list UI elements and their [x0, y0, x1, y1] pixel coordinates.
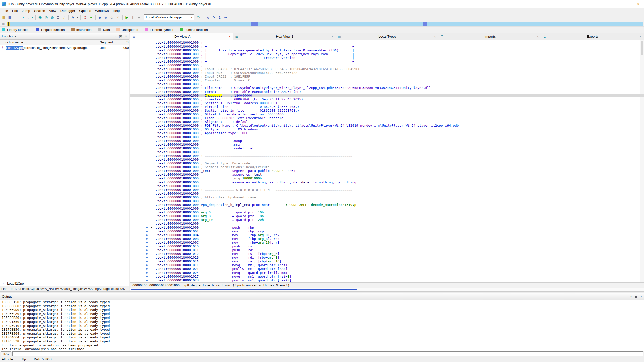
menu-view[interactable]: View	[47, 8, 58, 14]
listing-line[interactable]: .text:0000000180001000 ; File Name : C:\…	[130, 86, 644, 90]
debugger-windows-icon[interactable]: ◆	[97, 15, 103, 20]
collapse-arrow-icon[interactable]: ▼	[150, 226, 153, 230]
listing-line[interactable]: .text:0000000180001000 ; Imagebase : 180…	[130, 94, 644, 97]
listing-line[interactable]: .text:0000000180001000 assume es:nothing…	[130, 180, 644, 184]
listing-line[interactable]: .text:0000000180001000 ; Format : Portab…	[130, 90, 644, 94]
listing-line[interactable]: .text:0000000180001027 movq mm1, qword p…	[130, 275, 644, 278]
save-icon[interactable]: ▦	[7, 15, 13, 20]
listing-line[interactable]: .text:0000000180001000 ; | Copyright (c)…	[130, 52, 644, 56]
maximize-panel-icon[interactable]: ▣	[635, 295, 637, 298]
listing-line[interactable]: .text:0000000180001000 ; Flags 60000020:…	[130, 116, 644, 120]
listing-line[interactable]: .text:0000000180001000 ; Input CRC32 : 1…	[130, 75, 644, 78]
close-panel-icon[interactable]: ×	[640, 295, 642, 298]
menu-jump[interactable]: Jump	[20, 8, 32, 14]
listing-hscrollbar[interactable]	[130, 288, 644, 291]
listing-line[interactable]: .text:0000000180001000 ; Section 1. (vir…	[130, 101, 644, 105]
tab-exports[interactable]: ↥Exports×	[541, 33, 644, 40]
listing-line[interactable]: .text:0000000180001008 mov [rbp+arg_8], …	[130, 237, 644, 241]
listing-line[interactable]: .text:0000000180001000 ; Timestamp : 68D…	[130, 97, 644, 101]
step-into-icon[interactable]: ↘	[205, 15, 210, 20]
horizontal-splitter[interactable]	[0, 291, 644, 293]
menu-edit[interactable]: Edit	[10, 8, 20, 14]
listing-line[interactable]: .text:0000000180001000 ; | This file was…	[130, 48, 644, 52]
listing-line[interactable]: .text:0000000180001000 ;	[130, 82, 644, 86]
listing-line[interactable]: .text:0000000180001000 ;	[130, 41, 644, 44]
start-process-icon[interactable]: ▶	[124, 15, 130, 20]
listing-line[interactable]: .text:0000000180001000 vp8_dequantize_b_…	[130, 203, 644, 207]
listing-line[interactable]: .text:000000018000100C mov [rbp+arg_10],…	[130, 241, 644, 244]
quick-filter-row[interactable]: × LoadIl2Cpp	[0, 281, 129, 286]
listing-line[interactable]: .text:0000000180001000 ; Segment permiss…	[130, 165, 644, 169]
minimize-button[interactable]: ─	[610, 0, 621, 8]
listing-line[interactable]: .text:0000000180001000 ; ===============…	[130, 154, 644, 158]
menu-search[interactable]: Search	[32, 8, 47, 14]
tab-local-types[interactable]: ◫Local Types×	[336, 33, 438, 40]
tab-close-icon[interactable]: ×	[228, 35, 230, 39]
menu-debugger[interactable]: Debugger	[58, 8, 77, 14]
close-panel-icon[interactable]: ×	[125, 35, 127, 38]
listing-line[interactable]: .text:0000000180001000	[130, 150, 644, 154]
listing-line[interactable]: .text:0000000180001000 ; Input SHA256 : …	[130, 67, 644, 71]
jump-to-address-icon[interactable]: ◉	[37, 15, 43, 20]
column-function-name[interactable]: Function name	[0, 40, 98, 45]
clear-filter-icon[interactable]: ×	[1, 282, 5, 285]
menu-file[interactable]: File	[1, 8, 10, 14]
refresh-debugger-icon[interactable]: ↻	[196, 15, 202, 20]
listing-line[interactable]: .text:0000000180001000 ; Segment type: P…	[130, 161, 644, 165]
listing-line[interactable]: .text:0000000180001024 movq qword ptr [r…	[130, 271, 644, 275]
float-icon[interactable]: ▫	[630, 295, 631, 298]
listing-line[interactable]: .text:0000000180001000 ; Alignment : def…	[130, 120, 644, 124]
navband-menu-icon[interactable]: ▥	[1, 22, 6, 26]
close-button[interactable]: ×	[633, 0, 644, 8]
listing-line[interactable]: .text:0000000180001000 arg_8 = qword ptr…	[130, 214, 644, 218]
tab-close-icon[interactable]: ×	[537, 35, 539, 39]
listing-line[interactable]: .text:0000000180001000 ;org 180001000h	[130, 176, 644, 180]
listing-line[interactable]: .text:000000018000101A mov rax, [rbp+arg…	[130, 259, 644, 263]
float-icon[interactable]: ▫	[115, 35, 116, 38]
listing-line[interactable]: .text:000000018000102B pmullw mm1, qword…	[130, 278, 644, 282]
tab-hex-view-1[interactable]: ▦Hex View-1×	[233, 33, 336, 40]
listing-line[interactable]: .text:0000000180001016 mov rdi, [rbp+arg…	[130, 256, 644, 259]
attach-icon[interactable]: ◇	[109, 15, 115, 20]
listing-line[interactable]: .text:0000000180001000	[130, 222, 644, 225]
jump-forward-icon[interactable]: →	[25, 15, 31, 20]
tab-imports[interactable]: ↧Imports×	[438, 33, 541, 40]
menu-windows[interactable]: Windows	[93, 8, 111, 14]
listing-line[interactable]: .text:0000000180001021 pmullw mm1, qword…	[130, 267, 644, 271]
listing-line[interactable]: .text:0000000180001000 arg_0 = qword ptr…	[130, 210, 644, 214]
stop-process-icon[interactable]: ■	[136, 15, 142, 20]
jump-to-function-icon[interactable]: ◍	[49, 15, 55, 20]
debugger-selector[interactable]: Local Windows debugger▾	[144, 14, 194, 20]
recent-scripts-icon[interactable]: ≣	[55, 15, 61, 20]
tab-close-icon[interactable]: ×	[639, 35, 641, 39]
pause-process-icon[interactable]: ‖	[130, 15, 136, 20]
run-until-return-icon[interactable]: ↥	[217, 15, 222, 20]
listing-line[interactable]: .text:0000000180001000 ; PDB File Name :…	[130, 124, 644, 127]
listing-line[interactable]: .text:0000000180001000 .mmx	[130, 143, 644, 146]
search-text-icon[interactable]: A	[70, 15, 76, 20]
listing-line[interactable]: .text:0000000180001000 _text segment par…	[130, 169, 644, 173]
listing-line[interactable]: .text:0000000180001000 ; Compiler : Visu…	[130, 78, 644, 82]
listing-line[interactable]: .text:0000000180001000 ; ===============…	[130, 188, 644, 192]
cancel-icon[interactable]: ×	[115, 15, 121, 20]
listing-line[interactable]: .text:0000000180001000 ; Attributes: bp-…	[130, 195, 644, 199]
listing-line[interactable]: .text:0000000180001000	[130, 199, 644, 203]
listing-line[interactable]: .text:0000000180001010 push rsi	[130, 244, 644, 248]
jump-forward-history-icon[interactable]: ▾	[31, 15, 34, 20]
jump-by-name-icon[interactable]: ◎	[43, 15, 49, 20]
listing-line[interactable]: ▼.text:0000000180001000 push rbp	[130, 225, 644, 229]
listing-line[interactable]: .text:000000018000101E movq mm1, qword p…	[130, 263, 644, 267]
listing-line[interactable]: .text:000000018000102E movq qword ptr [r…	[130, 282, 644, 282]
listing-line[interactable]: .text:0000000180001000	[130, 158, 644, 161]
listing-line[interactable]: .text:0000000180001000 assume cs:_text	[130, 173, 644, 176]
menu-help[interactable]: Help	[111, 8, 122, 14]
step-over-icon[interactable]: ↷	[211, 15, 216, 20]
listing-line[interactable]: .text:0000000180001000 ; Offset to raw d…	[130, 112, 644, 116]
navigation-band[interactable]	[7, 22, 643, 26]
listing-line[interactable]: .text:0000000180001000 ; Input MD5 : C5E…	[130, 71, 644, 75]
listing-line[interactable]: .text:0000000180001011 push rdi	[130, 248, 644, 252]
menu-options[interactable]: Options	[77, 8, 93, 14]
listing-line[interactable]: .text:0000000180001000 .686p	[130, 139, 644, 143]
maximize-panel-icon[interactable]: ▣	[119, 35, 122, 38]
listing-line[interactable]: .text:0000000180001012 mov rsi, [rbp+arg…	[130, 252, 644, 256]
